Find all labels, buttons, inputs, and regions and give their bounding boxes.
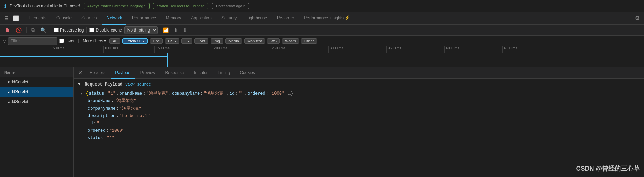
request-item-2[interactable]: □ addServlet: [0, 97, 73, 107]
responsive-icon[interactable]: ⬜: [12, 14, 20, 22]
request-name-0: addServlet: [8, 80, 28, 84]
filter-media[interactable]: Media: [225, 38, 242, 44]
payload-field-status: status : "1": [88, 135, 640, 142]
notification-bar: ℹ DevTools is now available in Chinese! …: [0, 0, 644, 12]
filter-wasm[interactable]: Wasm: [282, 38, 299, 44]
main-tabs: ☰ ⬜ Elements Console Sources Network Per…: [0, 12, 644, 25]
funnel-icon: ▽: [3, 39, 6, 43]
export-icon[interactable]: ⬇: [181, 26, 189, 34]
tick-1500ms: 1500 ms: [154, 46, 169, 53]
requests-panel: Name □ addServlet □ addServlet □ addServ…: [0, 67, 74, 177]
more-filters-button[interactable]: More filters ▾: [81, 38, 107, 44]
more-filters-label: More filters: [82, 39, 103, 43]
filter-all[interactable]: All: [109, 38, 120, 44]
invert-input[interactable]: [59, 39, 64, 43]
preserve-log-input[interactable]: [54, 28, 59, 32]
tick-500ms: 500 ms: [52, 46, 65, 53]
always-match-language-button[interactable]: Always match Chrome's language: [84, 3, 150, 9]
request-payload-title: Request Payload: [85, 81, 122, 88]
payload-field-companyName: companyName : "鸿星尔克": [88, 105, 640, 113]
details-header: ✕ Headers Payload Preview Response Initi…: [74, 67, 644, 79]
request-item-1[interactable]: □ addServlet: [0, 87, 73, 97]
dont-show-again-button[interactable]: Don't show again: [212, 3, 249, 9]
search-icon[interactable]: 🔍: [39, 26, 48, 34]
tick-3000ms: 3000 ms: [328, 46, 343, 53]
disable-cache-label: Disable cache: [95, 28, 122, 33]
info-icon: ℹ: [4, 3, 6, 9]
payload-field-id: id : "": [88, 120, 640, 127]
details-tab-payload[interactable]: Payload: [111, 67, 134, 79]
invert-checkbox[interactable]: Invert: [59, 39, 76, 43]
tab-recorder[interactable]: Recorder: [273, 12, 298, 25]
tick-4500ms: 4500 ms: [502, 46, 517, 53]
close-panel-button[interactable]: ✕: [77, 69, 84, 77]
view-source-link[interactable]: view source: [125, 82, 151, 88]
request-item-0[interactable]: □ addServlet: [0, 77, 73, 87]
tab-lighthouse[interactable]: Lighthouse: [242, 12, 271, 25]
collapse-arrow[interactable]: ▼: [78, 81, 80, 88]
filter-css[interactable]: CSS: [165, 38, 179, 44]
payload-expand-icon[interactable]: ▶: [81, 91, 85, 97]
clear-button[interactable]: 🚫: [14, 26, 24, 34]
wifi-icon[interactable]: 📶: [161, 26, 171, 34]
timeline-marker-2: [361, 53, 361, 67]
payload-collapsed-line: ▶ { status : "1" , brandName : "鸿星尔克" , …: [81, 90, 640, 97]
tab-network[interactable]: Network: [102, 12, 126, 25]
payload-field-brandName: brandName : "鸿星尔克": [88, 97, 640, 105]
preserve-log-label: Preserve log: [60, 28, 84, 33]
tab-console[interactable]: Console: [52, 12, 76, 25]
details-tab-headers[interactable]: Headers: [85, 67, 109, 79]
details-tab-response[interactable]: Response: [161, 67, 188, 79]
filter-ws[interactable]: WS: [267, 38, 280, 44]
filter-separator-1: |: [78, 39, 79, 43]
disable-cache-input[interactable]: [89, 28, 94, 32]
invert-label: Invert: [65, 39, 76, 43]
tab-application[interactable]: Application: [187, 12, 216, 25]
details-tab-timing[interactable]: Timing: [213, 67, 234, 79]
payload-fields: brandName : "鸿星尔克" companyName : "鸿星尔克" …: [88, 97, 640, 142]
payload-section-title: ▼ Request Payload view source: [78, 81, 640, 88]
filter-manifest[interactable]: Manifest: [244, 38, 265, 44]
filter-input[interactable]: [11, 39, 55, 43]
separator-3: [86, 27, 87, 33]
filter-icon[interactable]: ⧉: [29, 26, 36, 34]
filter-input-wrap: [8, 37, 57, 45]
tab-elements[interactable]: Elements: [25, 12, 51, 25]
request-name-2: addServlet: [8, 99, 28, 104]
timeline-bar-1: [0, 56, 167, 57]
settings-icon[interactable]: ⚙: [633, 13, 641, 23]
details-panel: ✕ Headers Payload Preview Response Initi…: [74, 67, 644, 177]
preserve-log-checkbox[interactable]: Preserve log: [54, 28, 84, 33]
tab-security[interactable]: Security: [217, 12, 241, 25]
details-tab-preview[interactable]: Preview: [136, 67, 160, 79]
filter-doc[interactable]: Doc: [150, 38, 163, 44]
switch-devtools-chinese-button[interactable]: Switch DevTools to Chinese: [153, 3, 208, 9]
filter-img[interactable]: Img: [211, 38, 223, 44]
payload-content: ▼ Request Payload view source ▶ { status…: [74, 79, 644, 177]
import-icon[interactable]: ⬆: [172, 26, 180, 34]
request-name-1: addServlet: [8, 89, 28, 94]
request-icon-2: □: [4, 99, 6, 104]
timeline-ruler: 500 ms 1000 ms 1500 ms 2000 ms 2500 ms 3…: [0, 46, 644, 53]
device-toolbar-icon[interactable]: ☰: [3, 14, 10, 22]
filter-other[interactable]: Other: [301, 38, 317, 44]
tick-2000ms: 2000 ms: [213, 46, 227, 53]
record-button[interactable]: ⏺: [3, 26, 12, 34]
toolbar-icons-right: 📶 ⬆ ⬇: [161, 26, 189, 34]
details-tab-initiator[interactable]: Initiator: [190, 67, 212, 79]
payload-field-ordered: ordered : "1000": [88, 127, 640, 135]
filter-js[interactable]: JS: [181, 38, 192, 44]
tab-memory[interactable]: Memory: [162, 12, 185, 25]
filter-fetch-xhr[interactable]: Fetch/XHR: [122, 38, 148, 44]
more-filters-chevron: ▾: [104, 39, 106, 43]
disable-cache-checkbox[interactable]: Disable cache: [89, 28, 122, 33]
details-tab-cookies[interactable]: Cookies: [235, 67, 259, 79]
tick-2500ms: 2500 ms: [271, 46, 285, 53]
tab-sources[interactable]: Sources: [77, 12, 101, 25]
throttle-select[interactable]: No throttling Slow 3G Fast 3G Offline: [124, 26, 158, 34]
filter-bar: ▽ Invert | More filters ▾ All Fetch/XHR …: [0, 36, 644, 46]
tab-performance[interactable]: Performance: [128, 12, 160, 25]
tab-performance-insights[interactable]: Performance insights ⚡: [300, 12, 354, 25]
filter-font[interactable]: Font: [194, 38, 208, 44]
timeline-marker-1: [167, 53, 168, 67]
